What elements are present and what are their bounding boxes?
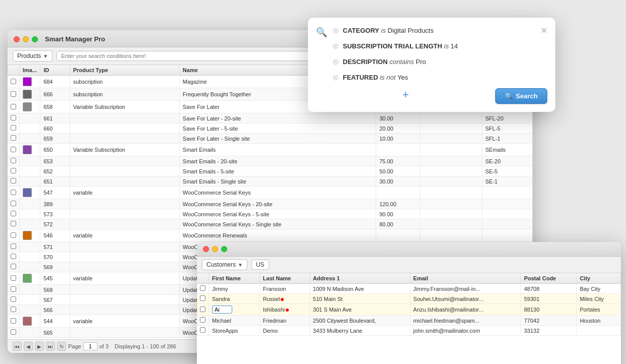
- close-popup-button[interactable]: ✕: [541, 26, 547, 35]
- row-checkbox[interactable]: [11, 104, 16, 109]
- customers-close-button[interactable]: [203, 246, 209, 252]
- row-img-cell: [20, 187, 40, 199]
- row-sku: SE-20: [482, 156, 533, 166]
- row-price: 10.00: [376, 134, 420, 144]
- row-checkbox[interactable]: [200, 307, 205, 312]
- row-postal: 77042: [520, 316, 577, 326]
- last-page-button[interactable]: ⏭: [46, 342, 55, 351]
- row-img-cell: [20, 124, 40, 134]
- row-checkbox[interactable]: [11, 115, 16, 120]
- row-checkbox[interactable]: [200, 327, 205, 333]
- row-sku: [482, 209, 533, 219]
- refresh-button[interactable]: ↻: [57, 342, 66, 351]
- row-email: john.smith@mailinator.com: [410, 326, 520, 336]
- table-row: 546 variable WooCommerce Renewals: [8, 229, 533, 242]
- row-checkbox[interactable]: [11, 190, 16, 195]
- first-name-input[interactable]: [212, 306, 232, 314]
- row-checkbox[interactable]: [11, 147, 16, 152]
- row-sale-price: [420, 134, 482, 144]
- row-checkbox[interactable]: [11, 286, 16, 292]
- customers-dropdown-label: Customers: [206, 261, 236, 268]
- row-name: Save For Later - 5-site: [179, 124, 376, 134]
- row-checkbox[interactable]: [200, 285, 205, 291]
- row-checkbox[interactable]: [11, 158, 16, 163]
- row-id: 546: [40, 229, 70, 242]
- row-checkbox[interactable]: [11, 296, 16, 302]
- row-type: [70, 156, 179, 166]
- row-checkbox[interactable]: [11, 168, 16, 173]
- row-address: 3433 Mulberry Lane: [309, 326, 410, 336]
- col-checkbox: [8, 65, 20, 76]
- filter-op: is not: [380, 74, 397, 81]
- row-checkbox[interactable]: [11, 125, 16, 131]
- row-sale-price: [420, 144, 482, 156]
- col-img: Ima...: [20, 65, 40, 76]
- filter-remove-button[interactable]: ⊗: [332, 26, 339, 35]
- customers-minimize-button[interactable]: [212, 246, 218, 252]
- row-checkbox[interactable]: [11, 244, 16, 249]
- row-checkbox[interactable]: [11, 135, 16, 141]
- row-sale-price: [420, 124, 482, 134]
- filter-remove-button[interactable]: ⊗: [332, 41, 339, 51]
- row-city: Portales: [577, 304, 621, 316]
- row-checkbox[interactable]: [11, 232, 16, 238]
- row-checkbox-cell: [8, 113, 20, 124]
- filter-remove-button[interactable]: ⊗: [332, 57, 339, 67]
- search-button[interactable]: 🔍 Search: [495, 88, 547, 104]
- row-checkbox[interactable]: [200, 295, 205, 301]
- row-price: [376, 144, 420, 156]
- row-img-cell: [20, 134, 40, 144]
- next-page-button[interactable]: ▶: [35, 342, 44, 351]
- row-checkbox[interactable]: [11, 264, 16, 269]
- products-traffic-lights: [14, 36, 38, 42]
- row-checkbox[interactable]: [11, 79, 16, 84]
- row-type: variable: [70, 272, 179, 285]
- row-type: [70, 113, 179, 124]
- row-type: Variable Subscription: [70, 144, 179, 156]
- row-address: 510 Main St: [309, 294, 410, 304]
- close-button[interactable]: [14, 36, 20, 42]
- prev-page-button[interactable]: ◀: [24, 342, 33, 351]
- products-dropdown[interactable]: Products ▼: [13, 50, 53, 62]
- row-checkbox-cell: [8, 272, 20, 285]
- row-img-cell: [20, 252, 40, 262]
- row-last-name: Russel: [259, 294, 309, 304]
- row-checkbox[interactable]: [11, 91, 16, 97]
- row-checkbox-cell: [8, 315, 20, 328]
- minimize-button[interactable]: [23, 36, 29, 42]
- row-checkbox[interactable]: [11, 307, 16, 312]
- customers-maximize-button[interactable]: [221, 246, 227, 252]
- page-number-input[interactable]: [83, 342, 97, 350]
- row-sale-price: [420, 156, 482, 166]
- row-checkbox[interactable]: [11, 254, 16, 259]
- row-checkbox[interactable]: [11, 275, 16, 281]
- row-img-cell: [20, 166, 40, 176]
- add-filter-button[interactable]: +: [402, 88, 409, 104]
- filter-remove-button[interactable]: ⊗: [332, 73, 339, 82]
- row-id: 567: [40, 295, 70, 305]
- row-img-cell: [20, 113, 40, 124]
- row-checkbox[interactable]: [11, 221, 16, 226]
- customers-dropdown[interactable]: Customers ▼: [202, 259, 247, 270]
- row-first-name-edit[interactable]: [209, 304, 260, 316]
- row-checkbox[interactable]: [11, 178, 16, 184]
- row-checkbox[interactable]: [200, 317, 205, 323]
- row-checkbox[interactable]: [11, 211, 16, 216]
- row-checkbox[interactable]: [11, 318, 16, 324]
- first-page-button[interactable]: ⏮: [13, 342, 22, 351]
- customers-titlebar: [197, 242, 621, 257]
- row-checkbox-cell: [8, 101, 20, 113]
- row-first-name: Jimmy: [209, 284, 260, 294]
- chevron-down-icon: ▼: [43, 53, 48, 59]
- row-img-cell: [20, 176, 40, 187]
- row-checkbox[interactable]: [11, 329, 16, 335]
- row-type: [70, 166, 179, 176]
- row-type: subscription: [70, 88, 179, 101]
- row-sku: SFL-5: [482, 124, 533, 134]
- table-row: 661 Save For Later - 20-site 30.00 SFL-2…: [8, 113, 533, 124]
- row-email: michael.friedman@spam...: [410, 316, 520, 326]
- maximize-button[interactable]: [32, 36, 38, 42]
- row-type: variable: [70, 187, 179, 199]
- row-checkbox-cell: [8, 134, 20, 144]
- row-checkbox[interactable]: [11, 201, 16, 206]
